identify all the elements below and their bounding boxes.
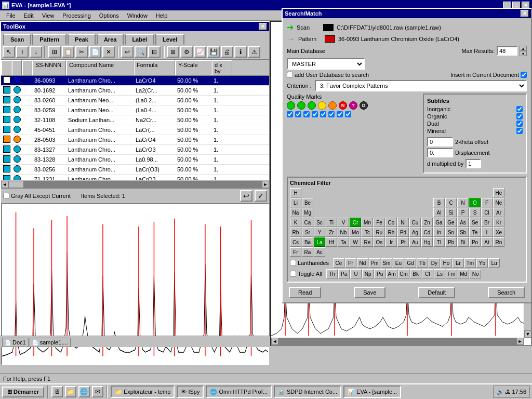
col-compound[interactable]: Compound Name: [66, 60, 134, 75]
tab-label[interactable]: Label: [125, 34, 154, 45]
element-rh[interactable]: Rh: [385, 228, 397, 237]
scroll-thumb[interactable]: [8, 181, 24, 188]
quicklaunch-2[interactable]: 📁: [65, 386, 76, 397]
element-md[interactable]: Md: [458, 269, 469, 278]
inorganic-checkbox[interactable]: [516, 106, 523, 112]
list-row[interactable]: 36-0093 Lanthanum Chro... LaCrO4 50.00 %…: [1, 76, 269, 86]
element-br[interactable]: Br: [481, 218, 493, 227]
list-row[interactable]: 83-0256 Lanthanum Chro... LaCr(O3) 50.00…: [1, 165, 269, 175]
quicklaunch-3[interactable]: 🌐: [78, 386, 90, 397]
element-u[interactable]: U: [350, 269, 362, 278]
toolbox-close-button[interactable]: ✕: [259, 23, 267, 30]
max-results-down[interactable]: ▼: [520, 51, 527, 56]
cursor-tool[interactable]: ↖: [3, 46, 15, 58]
save-button[interactable]: Save: [354, 287, 385, 298]
element-cr[interactable]: Cr: [350, 218, 361, 227]
dual-checkbox[interactable]: [516, 121, 523, 127]
tab-icon-sample1[interactable]: 📄 sample1....: [30, 338, 71, 347]
qcheck-2[interactable]: [295, 111, 301, 117]
element-pr[interactable]: Pr: [345, 258, 356, 268]
element-co[interactable]: Co: [385, 218, 397, 227]
mineral-checkbox[interactable]: [516, 128, 523, 134]
tab-pattern[interactable]: Pattern: [32, 34, 66, 45]
element-am[interactable]: Am: [386, 269, 397, 278]
element-ir[interactable]: Ir: [385, 237, 397, 247]
menu-window[interactable]: Window: [123, 11, 152, 20]
col-formula[interactable]: Formula: [134, 60, 175, 75]
element-ca[interactable]: Ca: [302, 218, 313, 227]
list-row[interactable]: 83-0260 Lanthanum Neo... (La0.2... 50.00…: [1, 96, 269, 105]
q-circle-c[interactable]: [318, 101, 326, 110]
taskbar-eva[interactable]: 📊 EVA - [sample...: [343, 385, 401, 398]
element-ga[interactable]: Ga: [433, 218, 445, 227]
delete-tool[interactable]: ✕: [102, 46, 115, 58]
add-user-db-label[interactable]: add User Database to search: [287, 72, 369, 78]
tab-icon-doc1[interactable]: 📄 Doc1: [2, 338, 29, 347]
max-results-input[interactable]: [497, 46, 517, 56]
displacement-input[interactable]: [427, 148, 453, 157]
element-rn[interactable]: Rn: [493, 237, 504, 247]
element-na[interactable]: Na: [290, 208, 301, 217]
element-fm[interactable]: Fm: [446, 269, 457, 278]
element-sm[interactable]: Sm: [381, 258, 392, 268]
taskbar-omni[interactable]: 🌐 OmniHTTPd Prof...: [206, 385, 272, 398]
element-ra[interactable]: Ra: [302, 247, 313, 257]
element-ge[interactable]: Ge: [445, 218, 457, 227]
insert-current-checkbox[interactable]: [521, 72, 527, 78]
element-o[interactable]: O: [469, 198, 481, 207]
start-button[interactable]: ⊞ Démarrer: [2, 387, 44, 397]
zoom-in-tool[interactable]: 🔍: [135, 46, 147, 58]
taskbar-explorateur[interactable]: 📁 Explorateur - temp: [111, 385, 175, 398]
qcheck-8[interactable]: [345, 111, 351, 117]
scroll-track[interactable]: [8, 181, 262, 188]
element-cd[interactable]: Cd: [421, 228, 433, 237]
tab-doc1[interactable]: Doc1: [12, 339, 26, 345]
taskbar-ispy[interactable]: 👁 ISpy: [177, 385, 204, 398]
element-pd[interactable]: Pd: [397, 228, 409, 237]
element-li[interactable]: Li: [290, 198, 301, 207]
element-se[interactable]: Se: [469, 218, 481, 227]
settings-tool[interactable]: ⚙: [180, 46, 193, 58]
horiz-track[interactable]: [278, 338, 516, 345]
list-row[interactable]: 45-0451 Lanthanum Chro... LaCr(... 50.00…: [1, 125, 269, 135]
list-row[interactable]: 28-0503 Lanthanum Chro... LaCrO4 50.00 %…: [1, 135, 269, 145]
element-ag[interactable]: Ag: [409, 228, 421, 237]
element-er[interactable]: Er: [453, 258, 464, 268]
element-lu[interactable]: Lu: [488, 258, 500, 268]
element-tb[interactable]: Tb: [417, 258, 428, 268]
element-he[interactable]: He: [493, 188, 504, 197]
element-sc[interactable]: Sc: [314, 218, 325, 227]
select-tool[interactable]: ⊞: [48, 46, 61, 58]
element-fr[interactable]: Fr: [290, 247, 301, 257]
scroll-right-btn[interactable]: ►: [516, 338, 524, 345]
element-bi[interactable]: Bi: [457, 237, 469, 247]
element-tl[interactable]: Tl: [433, 237, 445, 247]
insert-current-label[interactable]: Insert in Current Document: [450, 72, 527, 78]
element-xe[interactable]: Xe: [493, 228, 504, 237]
two-theta-input[interactable]: [427, 137, 453, 147]
q-circle-star[interactable]: [287, 101, 295, 110]
element-ru[interactable]: Ru: [374, 228, 385, 237]
element-ar[interactable]: Ar: [493, 208, 504, 217]
toggle-all-checkbox[interactable]: [290, 271, 296, 277]
database-select[interactable]: MASTER: [287, 58, 365, 70]
element-v[interactable]: V: [338, 218, 349, 227]
organic-checkbox[interactable]: [516, 113, 523, 119]
lanthanides-checkbox[interactable]: [290, 260, 296, 266]
element-la[interactable]: La: [314, 237, 325, 247]
copy-tool[interactable]: 📋: [62, 46, 74, 58]
element-ta[interactable]: Ta: [338, 237, 349, 247]
gray-all-checkbox-label[interactable]: Gray All Except Current: [3, 193, 71, 199]
element-tm[interactable]: Tm: [464, 258, 476, 268]
element-es[interactable]: Es: [434, 269, 445, 278]
element-tc[interactable]: Tc: [362, 228, 373, 237]
element-ne[interactable]: Ne: [493, 198, 504, 207]
search-button[interactable]: Search: [488, 287, 525, 298]
element-te[interactable]: Te: [469, 228, 481, 237]
q-circle-a[interactable]: [297, 101, 305, 110]
element-sr[interactable]: Sr: [302, 228, 313, 237]
list-row[interactable]: 83-1327 Lanthanum Chro... LaCrO3 50.00 %…: [1, 145, 269, 155]
element-h[interactable]: H: [290, 188, 301, 197]
scroll-left-button[interactable]: ◄: [1, 181, 8, 188]
quicklaunch-1[interactable]: 🖥: [51, 386, 63, 397]
